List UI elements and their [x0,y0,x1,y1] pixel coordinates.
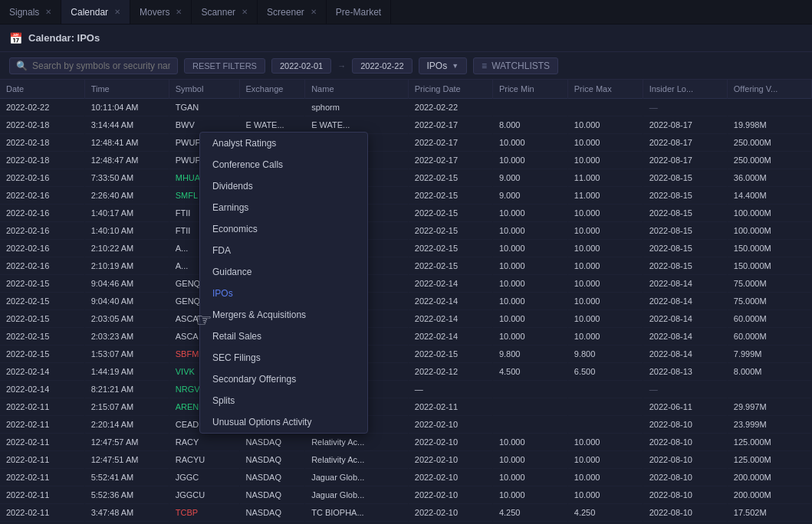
table-row[interactable]: 2022-02-14 1:44:19 AM VIVK NASDAQ Vivako… [0,363,812,381]
menu-item-economics[interactable]: Economics [200,218,367,240]
cell-date: 2022-02-22 [0,99,84,116]
tab-screener[interactable]: Screener ✕ [258,0,327,24]
cell-pricing-date: 2022-02-10 [408,451,492,469]
table-row[interactable]: 2022-02-11 12:47:57 AM RACY NASDAQ Relat… [0,434,812,451]
cell-price-max: 10.000 [567,434,643,451]
menu-item-earnings[interactable]: Earnings [200,197,367,218]
cell-offering: 150.000M [727,257,811,275]
menu-item-unusual-options[interactable]: Unusual Options Activity [200,411,367,433]
cell-pricing-date: 2022-02-10 [408,486,492,504]
table-row[interactable]: 2022-02-11 12:47:51 AM RACYU NASDAQ Rela… [0,451,812,469]
table-row[interactable]: 2022-02-11 5:52:41 AM JGGC NASDAQ Jaguar… [0,469,812,486]
tab-scanner-close[interactable]: ✕ [242,8,248,16]
col-header-name[interactable]: Name [305,80,409,99]
cell-time: 5:52:41 AM [84,469,169,486]
tab-calendar-label: Calendar [71,7,108,18]
filter-icon: ≡ [482,61,487,71]
table-row[interactable]: 2022-02-16 7:33:50 AM MHUA ia Inter... i… [0,169,812,187]
menu-item-dividends[interactable]: Dividends [200,175,367,197]
tab-movers[interactable]: Movers ✕ [130,0,192,24]
cell-name: Signal Hill A... [305,522,409,525]
cell-price-max: 6.500 [567,363,643,381]
table-row[interactable]: 2022-02-11 5:52:36 AM JGGCU NASDAQ Jagua… [0,486,812,504]
cell-insider: 2022-08-15 [643,222,727,240]
tab-calendar-close[interactable]: ✕ [114,8,120,16]
cell-pricing-date: — [408,381,492,398]
menu-item-guidance[interactable]: Guidance [200,261,367,283]
menu-item-splits[interactable]: Splits [200,390,367,411]
cell-price-max: 10.000 [567,293,643,310]
cell-pricing-date: 2022-02-10 [408,504,492,522]
search-box[interactable]: 🔍 [9,57,178,74]
cell-pricing-date: 2022-02-14 [408,328,492,346]
table-row[interactable]: 2022-02-11 2:35:06 AM SGHL NASDAQ Signal… [0,522,812,525]
table-row[interactable]: 2022-02-16 2:26:40 AM SMFL t for Lif... … [0,187,812,205]
table-row[interactable]: 2022-02-15 9:04:46 AM GENQ sis Un... sis… [0,275,812,293]
cell-price-min: 8.000 [492,116,567,134]
cell-offering: 36.000M [727,169,811,187]
cell-time: 1:40:10 AM [84,222,169,240]
table-row[interactable]: 2022-02-22 10:11:04 AM TGAN sphorm 2022-… [0,99,812,116]
search-input[interactable] [32,61,170,71]
menu-item-mergers[interactable]: Mergers & Acquisitions [200,304,367,326]
watchlist-button[interactable]: ≡ WATCHLISTS [473,57,558,74]
cell-date: 2022-02-11 [0,486,84,504]
col-header-price-max[interactable]: Price Max [567,80,643,99]
col-header-insider[interactable]: Insider Lo... [643,80,727,99]
table-row[interactable]: 2022-02-18 12:48:41 AM PWUPU erUp Ac... … [0,134,812,152]
table-row[interactable]: 2022-02-18 12:48:47 AM PWUP erUp Ac... e… [0,152,812,169]
tab-premarket[interactable]: Pre-Market [327,0,391,24]
menu-item-sec-filings[interactable]: SEC Filings [200,347,367,368]
col-header-time[interactable]: Time [84,80,169,99]
cell-price-min: 10.000 [492,205,567,222]
cell-symbol: JGGCU [169,486,239,504]
reset-filters-button[interactable]: RESET FILTERS [184,58,265,74]
col-header-offering[interactable]: Offering V... [727,80,811,99]
table-row[interactable]: 2022-02-14 8:21:21 AM NRGV NYSE Energy V… [0,381,812,398]
table-row[interactable]: 2022-02-11 3:47:48 AM TCBP NASDAQ TC BIO… [0,504,812,522]
menu-item-analyst-ratings[interactable]: Analyst Ratings [200,133,367,154]
table-row[interactable]: 2022-02-15 2:03:23 AM ASCA AC I Ac... AC… [0,328,812,346]
table-row[interactable]: 2022-02-11 2:15:07 AM AREN NYSE The Aren… [0,398,812,416]
menu-item-fda[interactable]: FDA [200,240,367,261]
col-header-pricing-date[interactable]: Pricing Date [408,80,492,99]
menu-item-ipos[interactable]: IPOs [200,283,367,304]
calendar-type-dropdown[interactable]: IPOs ▼ [419,57,468,74]
tab-scanner[interactable]: Scanner ✕ [192,0,258,24]
cell-insider: 2022-08-15 [643,169,727,187]
col-header-exchange[interactable]: Exchange [239,80,305,99]
table-row[interactable]: 2022-02-16 1:40:17 AM FTII eTech I... eT… [0,205,812,222]
cell-insider: 2022-08-10 [643,504,727,522]
table-row[interactable]: 2022-02-16 1:40:10 AM FTII eTech I... eT… [0,222,812,240]
tab-movers-close[interactable]: ✕ [176,8,182,16]
menu-item-conference-calls[interactable]: Conference Calls [200,154,367,175]
cell-insider: 2022-08-10 [643,486,727,504]
tab-calendar[interactable]: Calendar ✕ [61,0,130,24]
cell-offering: 250.000M [727,152,811,169]
cell-name: Relativity Ac... [305,451,409,469]
col-header-price-min[interactable]: Price Min [492,80,567,99]
tab-signals[interactable]: Signals ✕ [0,0,61,24]
table-container: Date Time Symbol Exchange Name Pricing D… [0,80,812,524]
table-row[interactable]: 2022-02-15 2:03:05 AM ASCAU AC I Ac... A… [0,310,812,328]
tab-screener-close[interactable]: ✕ [311,8,317,16]
table-row[interactable]: 2022-02-18 3:14:44 AM BWV E WATE... E WA… [0,116,812,134]
cell-time: 2:10:19 AM [84,257,169,275]
menu-item-secondary-offerings[interactable]: Secondary Offerings [200,368,367,390]
table-row[interactable]: 2022-02-11 2:20:14 AM CEAD NASDAQ CEA In… [0,416,812,434]
cell-time: 9:04:46 AM [84,275,169,293]
cell-date: 2022-02-16 [0,240,84,257]
table-row[interactable]: 2022-02-16 2:10:19 AM A... S Sust... S S… [0,257,812,275]
table-row[interactable]: 2022-02-15 1:53:07 AM SBFM hine Bi... hi… [0,346,812,363]
cell-pricing-date: 2022-02-15 [408,240,492,257]
cell-price-min [492,99,567,116]
table-row[interactable]: 2022-02-16 2:10:22 AM A... S Sust... S S… [0,240,812,257]
table-row[interactable]: 2022-02-15 9:04:40 AM GENQU sis Un... si… [0,293,812,310]
col-header-date[interactable]: Date [0,80,84,99]
cell-price-min: 9.000 [492,169,567,187]
col-header-symbol[interactable]: Symbol [169,80,239,99]
cell-offering: 7.999M [727,346,811,363]
tab-signals-close[interactable]: ✕ [45,8,51,16]
table-body: 2022-02-22 10:11:04 AM TGAN sphorm 2022-… [0,99,812,525]
menu-item-retail-sales[interactable]: Retail Sales [200,326,367,347]
